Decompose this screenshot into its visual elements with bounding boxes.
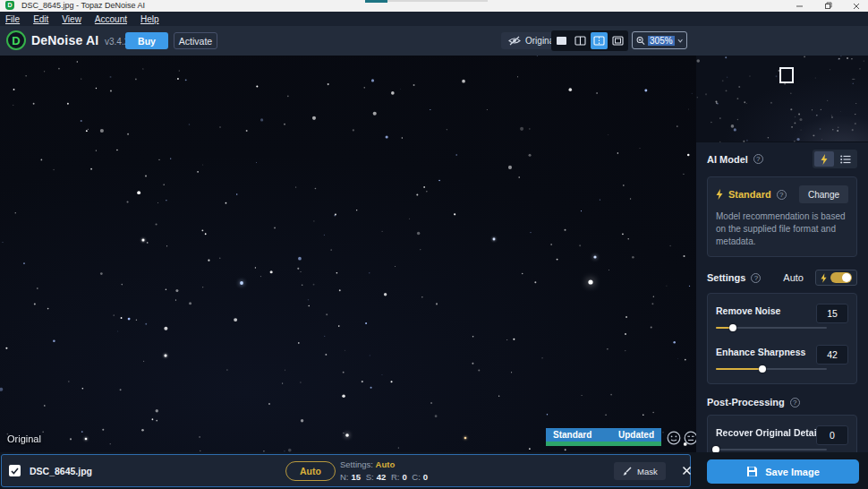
ai-model-help-icon[interactable]: ? <box>753 154 763 164</box>
window-title: DSC_8645.jpg - Topaz DeNoise AI <box>21 1 145 10</box>
recover-detail-label: Recover Original Detail <box>716 427 820 438</box>
comparison-view-icon <box>612 36 624 46</box>
settings-panel: AI Model ? Standard ? <box>696 142 868 452</box>
tab-active-indicator <box>546 442 661 446</box>
side-by-side-view-button[interactable] <box>591 32 608 49</box>
model-mode-toggle <box>813 150 857 168</box>
menu-account[interactable]: Account <box>95 14 127 24</box>
param-s-key: S: <box>366 472 374 482</box>
model-card: Standard ? Change Model recommendation i… <box>707 176 857 257</box>
model-lightning-icon <box>716 189 723 200</box>
save-image-button[interactable]: Save Image <box>707 459 859 484</box>
auto-settings-toggle[interactable] <box>815 270 857 286</box>
mask-button-label: Mask <box>637 467 658 476</box>
enhance-sharpness-slider[interactable] <box>716 368 827 370</box>
top-accent-gray <box>387 0 488 2</box>
split-view-button[interactable] <box>572 32 589 49</box>
enhance-sharpness-value[interactable]: 42 <box>816 345 848 365</box>
param-r-value: 0 <box>402 472 406 482</box>
comparison-view-button[interactable] <box>609 32 626 49</box>
settings-sliders-card: Remove Noise 15 Enhance Sharpness 42 <box>707 293 857 384</box>
mask-button[interactable]: Mask <box>614 462 666 480</box>
tab-updated[interactable]: Updated <box>618 430 654 440</box>
top-accent-teal <box>365 0 387 3</box>
recover-detail-slider[interactable] <box>716 449 827 450</box>
tab-standard[interactable]: Standard <box>553 430 591 440</box>
remove-noise-slider[interactable] <box>716 327 827 329</box>
settings-title: Settings <box>707 272 745 283</box>
single-view-button[interactable] <box>553 32 570 49</box>
menu-help[interactable]: Help <box>140 14 159 24</box>
settings-help-icon[interactable]: ? <box>751 273 761 283</box>
param-n-value: 15 <box>352 472 362 482</box>
param-r-key: R: <box>391 472 400 482</box>
restore-button[interactable] <box>816 0 839 12</box>
toggle-knob <box>842 273 851 282</box>
change-model-button[interactable]: Change <box>799 185 848 203</box>
minimize-icon <box>796 2 804 10</box>
ai-model-title: AI Model <box>707 154 748 165</box>
post-processing-help-icon[interactable]: ? <box>790 398 800 408</box>
param-c-key: C: <box>412 472 421 482</box>
settings-header: Settings ? Auto <box>707 270 857 286</box>
auto-model-mode-button[interactable] <box>814 151 834 167</box>
param-values: N:15 S:42 R:0 C:0 <box>340 471 430 484</box>
file-strip[interactable]: DSC_8645.jpg Auto Settings: Auto N:15 S:… <box>1 454 691 487</box>
compare-tab-bar: Standard Updated <box>546 428 661 446</box>
post-processing-title: Post-Processing <box>707 397 785 408</box>
menubar: File Edit View Account Help <box>0 12 868 26</box>
denoise-logo-icon: D <box>6 30 26 50</box>
feedback-happy-icon[interactable] <box>667 431 681 445</box>
param-c-value: 0 <box>423 472 428 482</box>
zoom-magnifier-icon <box>636 36 645 46</box>
menu-view[interactable]: View <box>62 14 81 24</box>
minimize-button[interactable] <box>787 0 811 12</box>
activate-button[interactable]: Activate <box>174 32 217 49</box>
param-n-key: N: <box>340 472 349 482</box>
list-icon <box>840 155 851 164</box>
auto-button[interactable]: Auto <box>285 461 336 481</box>
starfield-image <box>0 56 696 452</box>
eye-off-icon <box>508 36 521 46</box>
zoom-control[interactable]: 305% <box>632 31 687 49</box>
toolbar: D DeNoise AI v3.4.2 Trial ? Buy Activate… <box>0 26 868 56</box>
image-canvas[interactable]: Original Standard Updated <box>0 56 696 452</box>
toggle-switch <box>830 272 852 283</box>
view-mode-group <box>551 30 628 51</box>
file-settings-summary: Settings: Auto N:15 S:42 R:0 C:0 <box>340 459 430 484</box>
close-window-button[interactable] <box>845 0 868 12</box>
ai-model-header: AI Model ? <box>707 150 857 168</box>
enhance-sharpness-label: Enhance Sharpness <box>716 347 805 357</box>
settings-key: Settings: <box>340 459 373 469</box>
recover-detail-row: Recover Original Detail 0 <box>716 424 848 456</box>
chevron-down-icon[interactable] <box>677 39 683 43</box>
viewport-rectangle[interactable] <box>779 67 794 83</box>
split-view-icon <box>574 36 586 46</box>
post-processing-header: Post-Processing ? <box>707 397 857 408</box>
menu-edit[interactable]: Edit <box>33 14 48 24</box>
remove-noise-value[interactable]: 15 <box>816 304 848 323</box>
bottom-bar: DSC_8645.jpg Auto Settings: Auto N:15 S:… <box>0 452 868 489</box>
close-icon <box>853 3 860 10</box>
single-view-icon <box>556 36 567 46</box>
remove-file-button[interactable] <box>679 463 694 477</box>
remove-noise-row: Remove Noise 15 <box>716 302 848 334</box>
zoom-value-input[interactable]: 305% <box>648 36 675 46</box>
save-icon <box>746 466 758 477</box>
brush-icon <box>622 467 632 476</box>
check-icon <box>11 468 19 475</box>
manual-model-list-button[interactable] <box>836 151 855 167</box>
menu-file[interactable]: File <box>5 14 20 24</box>
remove-file-icon <box>682 466 692 476</box>
navigation-preview[interactable] <box>696 56 868 142</box>
model-help-icon[interactable]: ? <box>777 190 787 200</box>
lightning-icon <box>821 154 828 165</box>
auto-lightning-icon <box>821 273 827 283</box>
file-checkbox[interactable] <box>9 465 21 476</box>
side-by-side-view-icon <box>593 36 605 46</box>
buy-button[interactable]: Buy <box>125 32 168 49</box>
app-name: DeNoise AI <box>31 33 98 47</box>
enhance-sharpness-row: Enhance Sharpness 42 <box>716 343 848 375</box>
recover-detail-value[interactable]: 0 <box>816 425 848 445</box>
save-image-label: Save Image <box>765 467 820 477</box>
